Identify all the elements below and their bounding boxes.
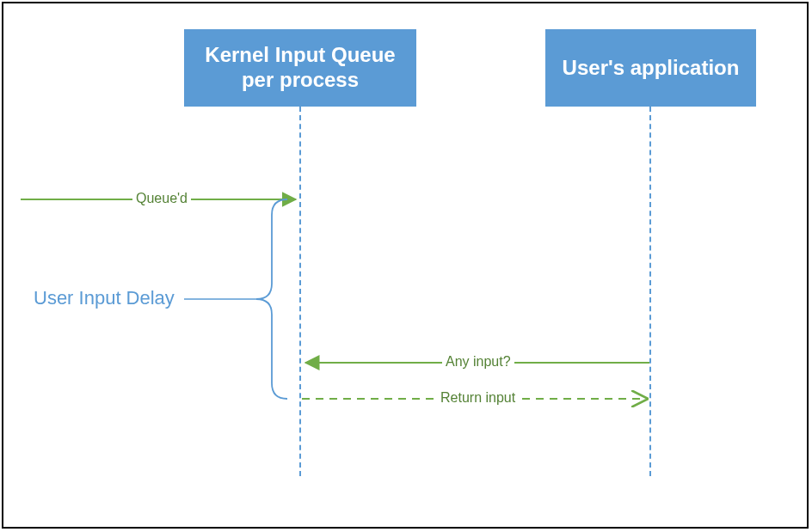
delay-bracket	[256, 199, 287, 399]
label-user-input-delay: User Input Delay	[34, 287, 175, 309]
label-any-input: Any input?	[442, 354, 514, 370]
lifeline-head-kernel-queue: Kernel Input Queue per process	[184, 29, 416, 107]
lifeline-user-app	[649, 107, 651, 476]
label-queued: Queue'd	[132, 191, 191, 206]
lifeline-head-user-app: User's application	[545, 29, 756, 107]
lifeline-kernel-queue	[299, 107, 301, 476]
diagram-frame: Kernel Input Queue per process User's ap…	[2, 2, 809, 529]
label-return-input: Return input	[437, 390, 519, 406]
